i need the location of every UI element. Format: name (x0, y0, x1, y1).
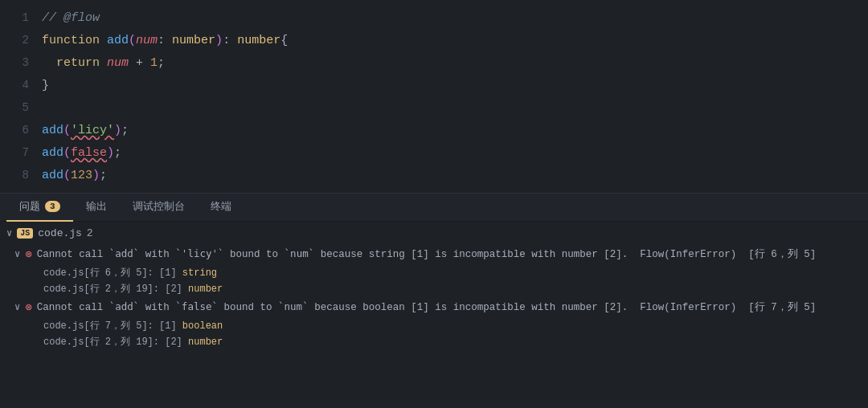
code-line-8: 8 add(123); (0, 164, 868, 186)
js-badge: JS (17, 228, 33, 239)
call-add-3: add (42, 169, 63, 182)
colon2: : (223, 34, 237, 47)
semi-6: ; (121, 124, 129, 137)
space (100, 34, 107, 47)
file-error-count: 2 (87, 227, 93, 239)
code-line-7: 7 add(false); (0, 141, 868, 164)
code-line-1: 1 // @flow (0, 6, 868, 29)
paren-close-6: ) (114, 124, 121, 137)
error-group-1: ∨ ⊗ Cannot call `add` with `'licy'` boun… (0, 244, 868, 297)
keyword-function: function (42, 34, 100, 47)
line-content-2: function add(num: number): number{ (42, 30, 868, 52)
error-header-1[interactable]: ∨ ⊗ Cannot call `add` with `'licy'` boun… (2, 244, 868, 265)
code-line-4: 4 } (0, 74, 868, 96)
line-content-7: add(false); (42, 142, 868, 165)
tabs-bar: 问题 3 输出 调试控制台 终端 (0, 194, 868, 222)
line-content-5 (42, 97, 868, 120)
semi-7: ; (114, 146, 121, 160)
tab-output-label: 输出 (86, 199, 107, 214)
semi1: ; (158, 56, 165, 70)
paren-open-6: ( (63, 124, 71, 137)
paren-open: ( (129, 34, 136, 47)
open-brace: { (280, 34, 288, 47)
error-1-icon: ⊗ (25, 247, 31, 261)
line-number-1: 1 (0, 6, 42, 29)
code-editor: 1 // @flow 2 function add(num: number): … (0, 0, 868, 194)
line-content-6: add('licy'); (42, 120, 868, 142)
func-name-add: add (107, 34, 129, 47)
error-2-detail-1: code.js[行 7，列 5]: [1] boolean (2, 317, 868, 333)
plus-op: + (129, 56, 150, 70)
code-line-6: 6 add('licy'); (0, 119, 868, 141)
type-number-1: number (188, 284, 223, 295)
paren-open-7: ( (63, 146, 71, 160)
tab-debug-label: 调试控制台 (133, 199, 185, 214)
error-group-2: ∨ ⊗ Cannot call `add` with `false` bound… (0, 297, 868, 350)
error-2-message: Cannot call `add` with `false` bound to … (37, 300, 862, 316)
error-1-detail-2-text: code.js[行 2，列 19]: [2] number (43, 282, 223, 296)
error-2-detail-1-text: code.js[行 7，列 5]: [1] boolean (43, 319, 223, 333)
error-2-detail-2-text: code.js[行 2，列 19]: [2] number (43, 335, 223, 349)
line-number-7: 7 (0, 141, 42, 164)
tab-problems-badge: 3 (45, 201, 60, 212)
error-1-chevron-icon: ∨ (14, 248, 20, 260)
code-line-3: 3 return num + 1; (0, 51, 868, 74)
semi-8: ; (100, 169, 107, 182)
tab-problems-label: 问题 (19, 199, 40, 214)
line-number-8: 8 (0, 164, 42, 186)
type-number-2: number (188, 337, 223, 348)
call-add-1: add (42, 124, 63, 137)
error-header-2[interactable]: ∨ ⊗ Cannot call `add` with `false` bound… (2, 297, 868, 318)
type-number: number (172, 34, 215, 47)
space2 (100, 56, 107, 70)
comment-flow: // @flow (42, 11, 100, 25)
line-number-3: 3 (0, 51, 42, 74)
line-number-6: 6 (0, 119, 42, 141)
line-content-8: add(123); (42, 165, 868, 187)
paren-open-8: ( (63, 169, 71, 182)
code-line-5: 5 (0, 96, 868, 119)
tab-terminal[interactable]: 终端 (198, 194, 244, 222)
line-content-3: return num + 1; (42, 52, 868, 75)
var-num: num (107, 56, 129, 70)
tab-output[interactable]: 输出 (73, 194, 120, 222)
paren-close: ) (215, 34, 223, 47)
param-num: num (136, 34, 158, 47)
tab-terminal-label: 终端 (211, 199, 231, 214)
line-number-4: 4 (0, 74, 42, 96)
colon: : (158, 34, 172, 47)
problems-panel: ∨ JS code.js 2 ∨ ⊗ Cannot call `add` wit… (0, 222, 868, 408)
error-2-icon: ⊗ (25, 300, 31, 314)
file-name: code.js (38, 227, 82, 239)
error-1-detail-1: code.js[行 6，列 5]: [1] string (2, 265, 868, 281)
error-2-detail-2: code.js[行 2，列 19]: [2] number (2, 333, 868, 349)
line-content-4: } (42, 75, 868, 97)
error-1-message: Cannot call `add` with `'licy'` bound to… (37, 247, 862, 263)
arg-string: 'licy' (71, 124, 114, 137)
error-1-detail-2: code.js[行 2，列 19]: [2] number (2, 281, 868, 297)
literal-1: 1 (150, 56, 158, 70)
file-header[interactable]: ∨ JS code.js 2 (0, 222, 868, 244)
arg-number: 123 (71, 169, 92, 182)
return-type: number (237, 34, 280, 47)
error-2-chevron-icon: ∨ (14, 301, 20, 313)
tab-problems[interactable]: 问题 3 (6, 194, 73, 222)
arg-boolean: false (71, 146, 107, 160)
line-number-5: 5 (0, 96, 42, 119)
paren-close-8: ) (92, 169, 100, 182)
line-number-2: 2 (0, 29, 42, 51)
keyword-return: return (56, 56, 100, 70)
tab-debug-console[interactable]: 调试控制台 (120, 194, 198, 222)
code-line-2: 2 function add(num: number): number{ (0, 29, 868, 51)
line-content-1: // @flow (42, 7, 868, 30)
paren-close-7: ) (107, 146, 114, 160)
chevron-down-icon: ∨ (6, 227, 12, 239)
type-string: string (182, 267, 217, 279)
error-1-detail-1-text: code.js[行 6，列 5]: [1] string (43, 266, 217, 279)
close-brace: } (42, 79, 49, 92)
type-boolean: boolean (182, 320, 223, 332)
call-add-2: add (42, 146, 63, 160)
